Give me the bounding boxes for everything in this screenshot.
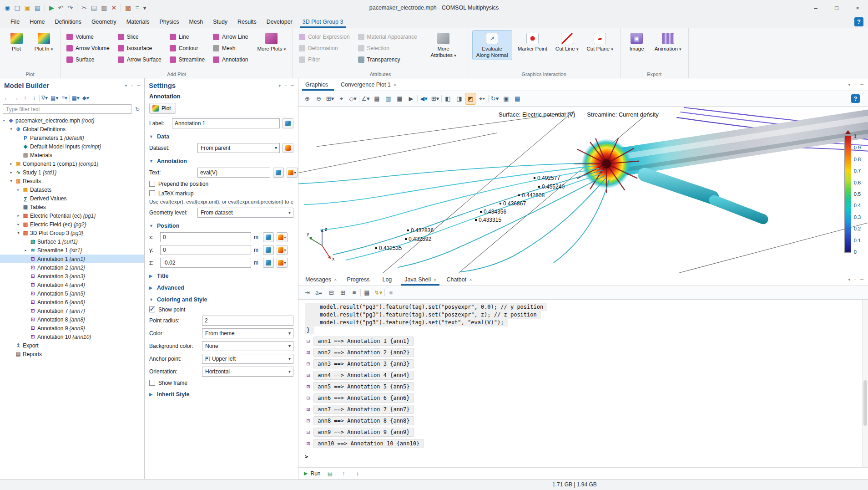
attribute-item[interactable]: Color Expression	[298, 32, 353, 41]
command-history-icon[interactable]: ▤	[362, 287, 372, 298]
zoom-box-icon[interactable]: ⊞▾	[325, 93, 335, 104]
ribbon-tab[interactable]: Definitions	[50, 15, 86, 28]
prepend-position-checkbox[interactable]	[149, 181, 155, 187]
expand-arrow-icon[interactable]: ▾	[16, 231, 21, 235]
add-plot-item[interactable]: Arrow Surface	[116, 55, 165, 64]
evaluate-along-normal-button[interactable]: ↗ Evaluate Along Normal	[473, 31, 512, 60]
tree-item[interactable]: ▾ ◆ pacemaker_electrode.mph {root}	[0, 116, 144, 125]
dataset-select[interactable]: From parent	[197, 143, 280, 153]
help-button[interactable]: ?	[854, 17, 863, 26]
color-select[interactable]: From theme	[202, 328, 293, 338]
attribute-item[interactable]: Filter	[298, 55, 353, 64]
close-tab-icon[interactable]: ×	[469, 277, 472, 282]
more-attributes-button[interactable]: More Attributes ▾	[424, 31, 463, 60]
add-plot-item[interactable]: Arrow Line	[212, 32, 251, 41]
cut-plane-button[interactable]: ▰ Cut Plane ▾	[584, 31, 615, 53]
tree-item[interactable]: ▸ ▣ Component 1 (comp1) {comp1}	[0, 159, 144, 168]
tree-item[interactable]: ▾ ⊕ Global Definitions	[0, 125, 144, 133]
tree-item[interactable]: P Parameters 1 {default}	[0, 133, 144, 142]
panel-menu-icon[interactable]: ▾	[848, 82, 850, 87]
tree-item[interactable]: ⊡ Annotation 6 {ann6}	[0, 298, 144, 306]
add-plot-item[interactable]: Mesh	[212, 43, 251, 53]
plot-button-settings[interactable]: Plot	[149, 103, 176, 114]
tree-item[interactable]: ⊡ Annotation 1 {ann1}	[0, 255, 144, 263]
tree-item[interactable]: ⊡ Annotation 2 {ann2}	[0, 263, 144, 272]
delete-icon[interactable]: ✕	[111, 5, 116, 11]
select-mode-icon[interactable]: ⌖▾	[477, 93, 487, 104]
section-inherit-style[interactable]: ▶ Inherit Style	[145, 388, 298, 399]
ribbon-tab[interactable]: Study	[208, 15, 232, 28]
panel-menu-icon[interactable]: ▾	[278, 83, 281, 88]
shell-prompt[interactable]: >	[305, 454, 859, 460]
undo-icon[interactable]: ↶	[58, 5, 64, 11]
anchor-point-select[interactable]: Upper left	[202, 354, 293, 364]
console-tab[interactable]: Java Shell ×	[399, 273, 441, 286]
panel-menu-icon[interactable]: ▾	[125, 83, 127, 88]
move-down-icon[interactable]: ↓	[30, 93, 38, 102]
collapse-panel-icon[interactable]: ─	[860, 82, 863, 87]
camera-options-icon[interactable]: ◀▾	[419, 93, 429, 104]
add-plot-item[interactable]: Isosurface	[116, 43, 165, 53]
canvas-help-icon[interactable]: ?	[851, 94, 860, 103]
geometry-level-select[interactable]: From dataset	[197, 208, 293, 218]
range-button[interactable]	[263, 232, 274, 242]
point-radius-input[interactable]	[202, 316, 293, 326]
float-panel-icon[interactable]: ▫	[285, 83, 287, 88]
close-button[interactable]: ×	[847, 0, 868, 15]
tree-item[interactable]: ◈ Default Model Inputs {cminpt}	[0, 142, 144, 151]
3d-plot-scene[interactable]	[298, 107, 868, 273]
orientation-select[interactable]: Horizontal	[202, 367, 293, 377]
ribbon-tab[interactable]: File	[5, 15, 25, 28]
tree-item[interactable]: ▾ ▥ Results	[0, 177, 144, 185]
tree-item[interactable]: ▦ Tables	[0, 203, 144, 211]
tree-item[interactable]: ⊡ Annotation 10 {ann10}	[0, 332, 144, 341]
add-plot-item[interactable]: Surface	[65, 55, 113, 64]
cut-icon[interactable]: ✂	[81, 5, 87, 11]
tree-item[interactable]: ▧ Materials	[0, 151, 144, 159]
run-button[interactable]: ▶ Run	[304, 470, 320, 477]
attribute-item[interactable]: Material Appearance	[357, 32, 420, 41]
save-icon[interactable]: ▦	[35, 5, 40, 11]
graphics-tab[interactable]: Graphics	[300, 78, 336, 91]
close-tab-icon[interactable]: ×	[434, 277, 436, 282]
maximize-button[interactable]: □	[826, 0, 847, 15]
expression-menu-button[interactable]: ▾	[287, 168, 298, 178]
compute-icon[interactable]: ≡	[135, 5, 139, 11]
selection-color-icon[interactable]: ◩	[465, 93, 476, 104]
update-plot-icon[interactable]: ↻▾	[490, 93, 500, 104]
close-tab-icon[interactable]: ×	[394, 82, 396, 87]
more-plots-button[interactable]: More Plots ▾	[255, 31, 288, 53]
refresh-filter-icon[interactable]: ↻	[133, 105, 141, 114]
ribbon-tab[interactable]: Physics	[154, 15, 184, 28]
next-command-icon[interactable]: ↓	[353, 469, 361, 478]
close-tab-icon[interactable]: ×	[334, 277, 337, 282]
expand-arrow-icon[interactable]: ▸	[16, 222, 21, 226]
previous-command-icon[interactable]: ↑	[339, 469, 348, 478]
expression-menu-button[interactable]: ▾	[277, 258, 288, 268]
back-icon[interactable]: ←	[3, 93, 11, 102]
image-export-button[interactable]: ▣ Image	[625, 31, 649, 53]
tree-item[interactable]: ⊡ Annotation 4 {ann4}	[0, 281, 144, 289]
expand-arrow-icon[interactable]: ▾	[9, 127, 14, 131]
yz-view-icon[interactable]: ▥	[383, 93, 394, 104]
format-code-icon[interactable]: ⇥	[302, 287, 313, 298]
tree-item[interactable]: ⊡ Annotation 7 {ann7}	[0, 306, 144, 315]
tree-item[interactable]: ▸ ▨ Electric Field (ec) {pg2}	[0, 220, 144, 229]
tree-item[interactable]: ▸ ▦ Datasets	[0, 185, 144, 194]
wrap-lines-icon[interactable]: ≡	[349, 287, 359, 298]
expand-arrow-icon[interactable]: ▸	[23, 248, 28, 252]
ribbon-tab[interactable]: Geometry	[86, 15, 121, 28]
section-data[interactable]: ▼ Data	[145, 130, 298, 142]
tree-item[interactable]: ⊡ Annotation 5 {ann5}	[0, 289, 144, 298]
columns-icon[interactable]: ▤▾	[50, 93, 59, 102]
table-view-icon[interactable]: ▦▾	[71, 93, 80, 102]
section-coloring-style[interactable]: ▼ Coloring and Style	[145, 293, 298, 305]
go-to-view-icon[interactable]: ∠▾	[360, 93, 371, 104]
tree-item[interactable]: ⊡ Annotation 9 {ann9}	[0, 324, 144, 332]
console-tab[interactable]: Messages ×	[300, 273, 342, 286]
ribbon-tab[interactable]: Developer	[262, 15, 298, 28]
redo-icon[interactable]: ↷	[67, 5, 73, 11]
section-title[interactable]: ▶ Title	[145, 269, 298, 281]
ribbon-tab[interactable]: Results	[232, 15, 262, 28]
tree-item[interactable]: ▸ ≋ Streamline 1 {str1}	[0, 246, 144, 255]
